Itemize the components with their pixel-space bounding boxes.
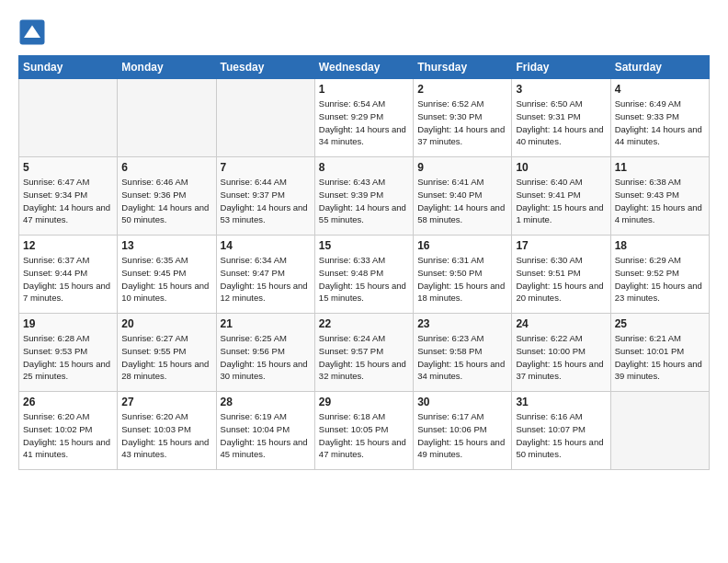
day-number: 28 xyxy=(221,396,311,408)
calendar-cell: 9Sunrise: 6:41 AMSunset: 9:40 PMDaylight… xyxy=(414,157,512,236)
day-info: Sunrise: 6:41 AMSunset: 9:40 PMDaylight:… xyxy=(417,176,507,226)
sunset-text: Sunset: 10:00 PM xyxy=(516,346,586,356)
day-number: 5 xyxy=(23,161,113,174)
day-info: Sunrise: 6:33 AMSunset: 9:48 PMDaylight:… xyxy=(319,254,409,304)
sunrise-text: Sunrise: 6:20 AM xyxy=(23,411,89,421)
calendar-cell: 15Sunrise: 6:33 AMSunset: 9:48 PMDayligh… xyxy=(314,236,413,314)
day-number: 9 xyxy=(417,161,507,174)
sunset-text: Sunset: 9:48 PM xyxy=(319,268,383,278)
daylight-text: Daylight: 15 hours and 43 minutes. xyxy=(121,437,209,460)
sunrise-text: Sunrise: 6:47 AM xyxy=(23,177,89,187)
weekday-header-wednesday: Wednesday xyxy=(314,56,413,79)
day-number: 14 xyxy=(221,239,311,252)
sunset-text: Sunset: 9:33 PM xyxy=(615,111,679,121)
day-info: Sunrise: 6:21 AMSunset: 10:01 PMDaylight… xyxy=(615,332,705,383)
daylight-text: Daylight: 15 hours and 39 minutes. xyxy=(615,359,702,382)
day-info: Sunrise: 6:16 AMSunset: 10:07 PMDaylight… xyxy=(516,410,606,461)
sunset-text: Sunset: 9:36 PM xyxy=(121,190,186,200)
day-info: Sunrise: 6:17 AMSunset: 10:06 PMDaylight… xyxy=(417,410,507,461)
sunrise-text: Sunrise: 6:30 AM xyxy=(516,255,582,265)
day-info: Sunrise: 6:30 AMSunset: 9:51 PMDaylight:… xyxy=(516,254,606,304)
day-number: 31 xyxy=(516,396,606,408)
day-info: Sunrise: 6:44 AMSunset: 9:37 PMDaylight:… xyxy=(221,176,311,226)
daylight-text: Daylight: 15 hours and 25 minutes. xyxy=(23,359,110,382)
day-number: 21 xyxy=(221,317,311,330)
day-number: 23 xyxy=(417,317,507,330)
calendar-cell xyxy=(216,79,314,157)
weekday-header-saturday: Saturday xyxy=(610,56,709,79)
day-info: Sunrise: 6:40 AMSunset: 9:41 PMDaylight:… xyxy=(516,176,606,226)
day-info: Sunrise: 6:24 AMSunset: 9:57 PMDaylight:… xyxy=(319,332,409,383)
calendar-week-row: 12Sunrise: 6:37 AMSunset: 9:44 PMDayligh… xyxy=(19,236,710,314)
day-number: 13 xyxy=(121,239,211,252)
sunrise-text: Sunrise: 6:17 AM xyxy=(417,411,483,421)
calendar-cell: 29Sunrise: 6:18 AMSunset: 10:05 PMDaylig… xyxy=(314,392,413,470)
calendar-cell: 28Sunrise: 6:19 AMSunset: 10:04 PMDaylig… xyxy=(216,392,314,470)
sunrise-text: Sunrise: 6:34 AM xyxy=(221,255,287,265)
day-number: 25 xyxy=(615,317,705,330)
logo xyxy=(18,18,50,46)
daylight-text: Daylight: 15 hours and 47 minutes. xyxy=(319,437,406,460)
sunrise-text: Sunrise: 6:25 AM xyxy=(221,333,287,343)
day-number: 24 xyxy=(516,317,606,330)
sunrise-text: Sunrise: 6:29 AM xyxy=(615,255,681,265)
logo-icon xyxy=(18,18,46,46)
sunset-text: Sunset: 9:50 PM xyxy=(417,268,482,278)
daylight-text: Daylight: 15 hours and 45 minutes. xyxy=(221,437,308,460)
calendar-cell: 1Sunrise: 6:54 AMSunset: 9:29 PMDaylight… xyxy=(314,79,413,157)
sunrise-text: Sunrise: 6:44 AM xyxy=(221,177,287,187)
sunrise-text: Sunrise: 6:18 AM xyxy=(319,411,385,421)
calendar-cell: 23Sunrise: 6:23 AMSunset: 9:58 PMDayligh… xyxy=(414,314,512,392)
day-info: Sunrise: 6:35 AMSunset: 9:45 PMDaylight:… xyxy=(121,254,211,304)
calendar-cell: 19Sunrise: 6:28 AMSunset: 9:53 PMDayligh… xyxy=(19,314,118,392)
daylight-text: Daylight: 15 hours and 32 minutes. xyxy=(319,359,406,382)
calendar-table: SundayMondayTuesdayWednesdayThursdayFrid… xyxy=(18,55,710,470)
daylight-text: Daylight: 14 hours and 53 minutes. xyxy=(221,202,308,225)
day-number: 10 xyxy=(516,161,606,174)
calendar-week-row: 5Sunrise: 6:47 AMSunset: 9:34 PMDaylight… xyxy=(19,157,710,236)
daylight-text: Daylight: 14 hours and 47 minutes. xyxy=(23,202,110,225)
calendar-week-row: 26Sunrise: 6:20 AMSunset: 10:02 PMDaylig… xyxy=(19,392,710,470)
day-number: 2 xyxy=(417,83,507,96)
sunrise-text: Sunrise: 6:37 AM xyxy=(23,255,89,265)
sunrise-text: Sunrise: 6:21 AM xyxy=(615,333,681,343)
day-number: 12 xyxy=(23,239,113,252)
weekday-header-tuesday: Tuesday xyxy=(216,56,314,79)
day-info: Sunrise: 6:20 AMSunset: 10:02 PMDaylight… xyxy=(23,410,113,461)
day-number: 6 xyxy=(121,161,211,174)
sunset-text: Sunset: 9:57 PM xyxy=(319,346,383,356)
day-info: Sunrise: 6:29 AMSunset: 9:52 PMDaylight:… xyxy=(615,254,705,304)
sunrise-text: Sunrise: 6:33 AM xyxy=(319,255,385,265)
day-number: 20 xyxy=(121,317,211,330)
sunrise-text: Sunrise: 6:52 AM xyxy=(417,98,483,109)
weekday-header-row: SundayMondayTuesdayWednesdayThursdayFrid… xyxy=(19,56,710,79)
sunrise-text: Sunrise: 6:31 AM xyxy=(417,255,483,265)
sunset-text: Sunset: 9:52 PM xyxy=(615,268,679,278)
daylight-text: Daylight: 14 hours and 40 minutes. xyxy=(516,124,603,147)
sunset-text: Sunset: 9:53 PM xyxy=(23,346,87,356)
sunset-text: Sunset: 9:56 PM xyxy=(221,346,285,356)
sunrise-text: Sunrise: 6:41 AM xyxy=(417,177,483,187)
day-info: Sunrise: 6:20 AMSunset: 10:03 PMDaylight… xyxy=(121,410,211,461)
day-info: Sunrise: 6:34 AMSunset: 9:47 PMDaylight:… xyxy=(221,254,311,304)
day-info: Sunrise: 6:50 AMSunset: 9:31 PMDaylight:… xyxy=(516,98,606,148)
sunrise-text: Sunrise: 6:16 AM xyxy=(516,411,582,421)
calendar-cell: 2Sunrise: 6:52 AMSunset: 9:30 PMDaylight… xyxy=(414,79,512,157)
sunrise-text: Sunrise: 6:46 AM xyxy=(121,177,188,187)
day-info: Sunrise: 6:54 AMSunset: 9:29 PMDaylight:… xyxy=(319,98,409,148)
calendar-cell: 27Sunrise: 6:20 AMSunset: 10:03 PMDaylig… xyxy=(118,392,216,470)
sunrise-text: Sunrise: 6:28 AM xyxy=(23,333,89,343)
daylight-text: Daylight: 14 hours and 55 minutes. xyxy=(319,202,406,225)
daylight-text: Daylight: 15 hours and 49 minutes. xyxy=(417,437,505,460)
day-info: Sunrise: 6:49 AMSunset: 9:33 PMDaylight:… xyxy=(615,98,705,148)
calendar-cell: 8Sunrise: 6:43 AMSunset: 9:39 PMDaylight… xyxy=(314,157,413,236)
calendar-cell: 16Sunrise: 6:31 AMSunset: 9:50 PMDayligh… xyxy=(414,236,512,314)
day-number: 11 xyxy=(615,161,705,174)
sunset-text: Sunset: 9:37 PM xyxy=(221,190,285,200)
day-number: 16 xyxy=(417,239,507,252)
calendar-cell: 7Sunrise: 6:44 AMSunset: 9:37 PMDaylight… xyxy=(216,157,314,236)
day-info: Sunrise: 6:37 AMSunset: 9:44 PMDaylight:… xyxy=(23,254,113,304)
sunrise-text: Sunrise: 6:43 AM xyxy=(319,177,385,187)
daylight-text: Daylight: 14 hours and 50 minutes. xyxy=(121,202,209,225)
sunset-text: Sunset: 9:30 PM xyxy=(417,111,482,121)
